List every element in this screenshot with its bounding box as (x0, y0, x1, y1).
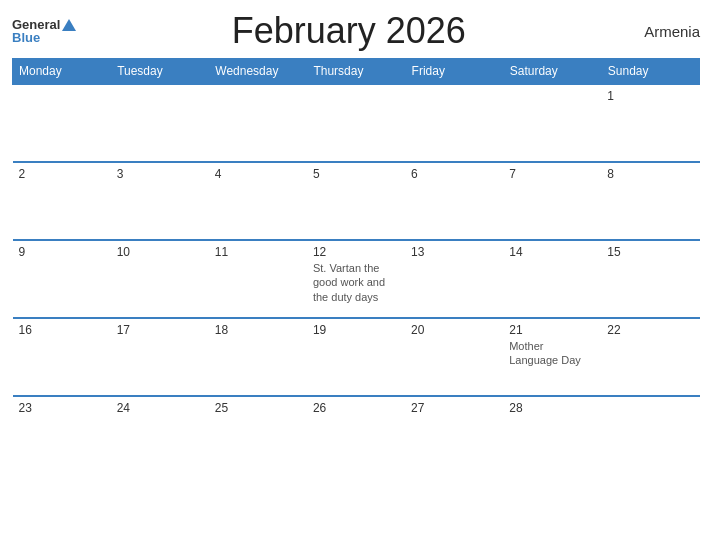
calendar-week-row: 9101112St. Vartan the good work and the … (13, 240, 700, 318)
day-number: 26 (313, 401, 399, 415)
day-number: 23 (19, 401, 105, 415)
col-tuesday: Tuesday (111, 59, 209, 85)
table-row (601, 396, 699, 474)
day-number: 8 (607, 167, 693, 181)
calendar-container: General Blue February 2026 Armenia Monda… (0, 0, 712, 550)
day-number: 12 (313, 245, 399, 259)
day-number: 19 (313, 323, 399, 337)
table-row (503, 84, 601, 162)
table-row: 18 (209, 318, 307, 396)
table-row: 20 (405, 318, 503, 396)
day-number: 24 (117, 401, 203, 415)
table-row: 22 (601, 318, 699, 396)
col-sunday: Sunday (601, 59, 699, 85)
table-row: 8 (601, 162, 699, 240)
col-saturday: Saturday (503, 59, 601, 85)
table-row: 9 (13, 240, 111, 318)
day-number: 7 (509, 167, 595, 181)
table-row: 10 (111, 240, 209, 318)
table-row: 11 (209, 240, 307, 318)
day-number: 6 (411, 167, 497, 181)
day-number: 9 (19, 245, 105, 259)
table-row: 27 (405, 396, 503, 474)
table-row: 23 (13, 396, 111, 474)
table-row: 17 (111, 318, 209, 396)
day-number: 27 (411, 401, 497, 415)
table-row (209, 84, 307, 162)
day-number: 5 (313, 167, 399, 181)
day-number: 17 (117, 323, 203, 337)
day-number: 22 (607, 323, 693, 337)
col-wednesday: Wednesday (209, 59, 307, 85)
calendar-table: Monday Tuesday Wednesday Thursday Friday… (12, 58, 700, 474)
table-row (111, 84, 209, 162)
day-number: 20 (411, 323, 497, 337)
calendar-week-row: 2345678 (13, 162, 700, 240)
table-row: 4 (209, 162, 307, 240)
day-number: 25 (215, 401, 301, 415)
table-row: 19 (307, 318, 405, 396)
table-row: 7 (503, 162, 601, 240)
weekday-header-row: Monday Tuesday Wednesday Thursday Friday… (13, 59, 700, 85)
logo-blue-text: Blue (12, 31, 40, 44)
event-label: St. Vartan the good work and the duty da… (313, 262, 385, 303)
calendar-title: February 2026 (77, 10, 620, 52)
table-row: 26 (307, 396, 405, 474)
day-number: 28 (509, 401, 595, 415)
table-row (405, 84, 503, 162)
table-row: 12St. Vartan the good work and the duty … (307, 240, 405, 318)
table-row: 15 (601, 240, 699, 318)
table-row: 21Mother Language Day (503, 318, 601, 396)
day-number: 13 (411, 245, 497, 259)
table-row: 16 (13, 318, 111, 396)
calendar-header: General Blue February 2026 Armenia (12, 10, 700, 52)
day-number: 21 (509, 323, 595, 337)
logo-triangle-icon (62, 19, 76, 31)
logo-bottom: Blue (12, 31, 40, 44)
col-thursday: Thursday (307, 59, 405, 85)
table-row: 24 (111, 396, 209, 474)
col-monday: Monday (13, 59, 111, 85)
col-friday: Friday (405, 59, 503, 85)
day-number: 14 (509, 245, 595, 259)
table-row: 5 (307, 162, 405, 240)
day-number: 18 (215, 323, 301, 337)
table-row: 25 (209, 396, 307, 474)
table-row: 13 (405, 240, 503, 318)
day-number: 11 (215, 245, 301, 259)
table-row: 3 (111, 162, 209, 240)
day-number: 15 (607, 245, 693, 259)
day-number: 16 (19, 323, 105, 337)
table-row (307, 84, 405, 162)
day-number: 2 (19, 167, 105, 181)
calendar-week-row: 1 (13, 84, 700, 162)
day-number: 1 (607, 89, 693, 103)
table-row: 28 (503, 396, 601, 474)
day-number: 4 (215, 167, 301, 181)
table-row: 6 (405, 162, 503, 240)
calendar-week-row: 161718192021Mother Language Day22 (13, 318, 700, 396)
table-row: 14 (503, 240, 601, 318)
table-row: 2 (13, 162, 111, 240)
calendar-week-row: 232425262728 (13, 396, 700, 474)
logo: General Blue (12, 18, 77, 44)
table-row: 1 (601, 84, 699, 162)
event-label: Mother Language Day (509, 340, 581, 366)
day-number: 3 (117, 167, 203, 181)
day-number: 10 (117, 245, 203, 259)
table-row (13, 84, 111, 162)
country-label: Armenia (620, 23, 700, 40)
